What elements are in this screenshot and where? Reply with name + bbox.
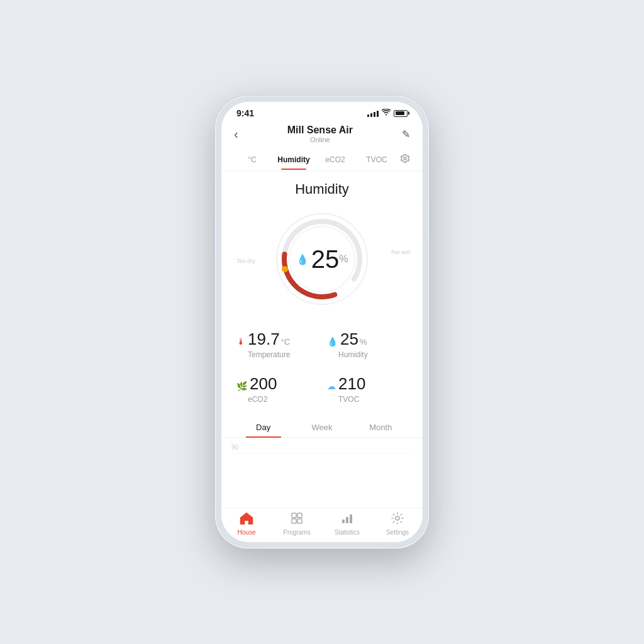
back-button[interactable]: ‹ — [234, 127, 238, 142]
stat-humidity: 💧 25 % Humidity — [325, 325, 410, 364]
svg-point-4 — [282, 266, 288, 272]
stat-tvoc: ☁ 210 TVOC — [325, 369, 410, 409]
stats-grid: 🌡 19.7 °C Temperature 💧 25 % Humidity — [221, 319, 423, 416]
time-tab-month[interactable]: Month — [352, 416, 410, 437]
gauge-reading: 💧 25 % — [296, 247, 348, 272]
phone-screen: 9:41 — [221, 102, 423, 542]
temperature-label: Temperature — [236, 350, 317, 359]
svg-point-13 — [396, 516, 399, 520]
edit-button[interactable]: ✎ — [402, 128, 410, 140]
gauge-drop-icon: 💧 — [296, 253, 309, 265]
thermometer-icon: 🌡 — [236, 336, 245, 347]
svg-rect-6 — [292, 513, 296, 518]
nav-programs[interactable]: Programs — [272, 512, 322, 536]
tvoc-icon: ☁ — [327, 381, 336, 391]
statistics-icon — [341, 512, 353, 528]
svg-rect-12 — [350, 514, 352, 523]
svg-rect-7 — [297, 513, 302, 518]
time-tab-week[interactable]: Week — [292, 416, 351, 437]
programs-icon — [291, 512, 303, 528]
gauge-unit: % — [339, 253, 348, 265]
signal-icon — [367, 109, 379, 117]
nav-settings-label: Settings — [386, 529, 409, 536]
status-time: 9:41 — [236, 108, 254, 118]
main-content: Humidity Too dry Too wet — [221, 171, 423, 508]
settings-gear-icon — [391, 512, 404, 528]
status-icons — [367, 109, 408, 118]
eco2-value: 200 — [250, 374, 277, 394]
eco2-icon: 🌿 — [236, 381, 247, 391]
nav-statistics[interactable]: Statistics — [322, 512, 372, 536]
nav-house[interactable]: House — [221, 512, 272, 536]
svg-rect-8 — [292, 519, 296, 523]
header: ‹ Mill Sense Air Online ✎ — [221, 122, 423, 148]
svg-rect-9 — [297, 519, 302, 523]
tab-celsius[interactable]: °C — [231, 150, 273, 169]
nav-house-label: House — [238, 529, 256, 536]
device-status: Online — [287, 136, 353, 143]
nav-programs-label: Programs — [283, 529, 310, 536]
bottom-navigation: House Programs — [221, 508, 423, 542]
house-icon — [240, 512, 253, 528]
tvoc-label: TVOC — [327, 395, 408, 404]
stat-temperature: 🌡 19.7 °C Temperature — [234, 325, 319, 364]
gauge-label-too-wet: Too wet — [391, 249, 410, 255]
wifi-icon — [382, 109, 391, 118]
device-name: Mill Sense Air — [287, 125, 353, 136]
tab-bar: °C Humidity eCO2 TVOC — [221, 148, 423, 171]
humidity-gauge: Too dry Too wet — [221, 203, 423, 319]
tab-eco2[interactable]: eCO2 — [314, 150, 356, 169]
gauge-visual: 💧 25 % — [272, 209, 372, 309]
temperature-value: 19.7 — [248, 330, 280, 349]
status-bar: 9:41 — [221, 102, 423, 122]
gauge-value: 25 — [311, 247, 340, 272]
svg-rect-10 — [342, 519, 345, 523]
chart-y-label: 90 — [231, 444, 238, 451]
eco2-label: eCO2 — [236, 395, 317, 404]
humidity-value: 25 — [340, 330, 358, 349]
stat-eco2: 🌿 200 eCO2 — [234, 369, 319, 409]
chart-area: 90 — [221, 438, 423, 475]
humidity-unit: % — [360, 337, 367, 347]
nav-statistics-label: Statistics — [335, 529, 360, 536]
humidity-label: Humidity — [327, 350, 408, 359]
nav-settings[interactable]: Settings — [372, 512, 423, 536]
temperature-unit: °C — [281, 337, 291, 347]
gauge-label-too-dry: Too dry — [236, 258, 255, 264]
tab-tvoc[interactable]: TVOC — [356, 150, 397, 169]
humidity-drop-icon: 💧 — [327, 336, 338, 347]
battery-icon — [394, 110, 408, 117]
time-tab-day[interactable]: Day — [234, 416, 292, 437]
time-tab-bar: Day Week Month — [221, 416, 423, 438]
settings-icon[interactable] — [397, 148, 413, 170]
tab-humidity[interactable]: Humidity — [273, 150, 314, 169]
header-center: Mill Sense Air Online — [287, 125, 353, 143]
svg-rect-11 — [346, 517, 348, 523]
tvoc-value: 210 — [338, 374, 365, 394]
section-title: Humidity — [221, 171, 423, 203]
notch — [291, 102, 353, 116]
phone-device: 9:41 — [215, 96, 429, 548]
